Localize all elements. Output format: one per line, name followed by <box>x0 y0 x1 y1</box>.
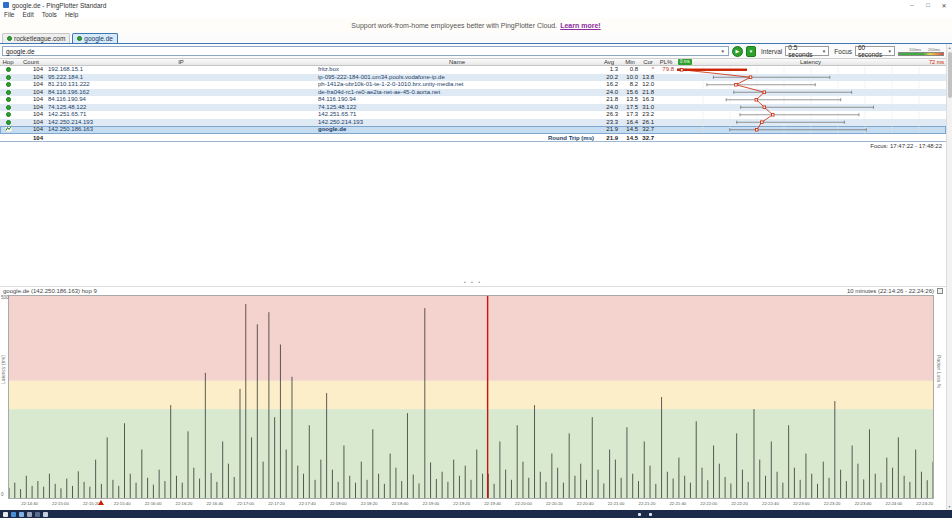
latency-zero-badge: 0 ms <box>678 59 692 65</box>
round-trip-row[interactable]: 104 Round Trip (ms) 21.9 14.5 32.7 <box>0 134 946 142</box>
learn-more-link[interactable]: Learn more! <box>560 22 600 29</box>
scroll-up-icon[interactable]: ▲ <box>947 44 952 51</box>
y-tick-label: 0 <box>1 492 4 497</box>
ip-cell: 74.125.48.122 <box>46 104 316 112</box>
taskbar-icon[interactable] <box>19 512 24 517</box>
taskbar-icon[interactable] <box>638 513 641 516</box>
chevron-down-icon: ▼ <box>749 49 753 54</box>
min-cell: 17.5 <box>620 104 640 112</box>
count-cell: 104 <box>16 74 46 82</box>
col-hop[interactable]: Hop <box>0 59 16 65</box>
hop-status-icon <box>6 97 11 102</box>
taskbar-icon[interactable] <box>649 513 652 516</box>
hop-row[interactable]: 10495.222.184.1ip-095-222-184-001.um34.p… <box>0 74 946 82</box>
promo-banner: Support work-from-home employees better … <box>0 18 952 33</box>
trace-options-dropdown[interactable]: ▼ <box>746 46 756 57</box>
round-trip-min: 14.5 <box>620 134 640 141</box>
count-cell: 104 <box>16 126 46 134</box>
cur-cell: 13.8 <box>640 74 656 82</box>
title-bar[interactable]: google.de - PingPlotter Standard –□✕ <box>0 0 952 10</box>
latency-cell <box>676 89 946 97</box>
y-tick-label: 500 <box>1 295 9 300</box>
taskbar-icon[interactable] <box>43 512 48 517</box>
x-tick-label: 22:17:20 <box>268 501 285 506</box>
menu-item-file[interactable]: File <box>4 11 14 18</box>
hop-row[interactable]: 104142.250.214.193142.250.214.19323.316.… <box>0 119 946 127</box>
packet-loss-marker[interactable] <box>98 500 104 505</box>
target-tab-bar: rocketleague.comgoogle.de <box>0 33 952 44</box>
tab-google-de[interactable]: google.de <box>72 33 118 43</box>
hop-row[interactable]: 10484.116.190.9484.116.190.9421.813.516.… <box>0 96 946 104</box>
maximize-button[interactable]: □ <box>920 0 936 10</box>
x-tick-label: 22:23:40 <box>855 501 872 506</box>
count-cell: 104 <box>16 111 46 119</box>
col-ip[interactable]: IP <box>46 59 316 65</box>
x-tick-label: 22:16:20 <box>176 501 193 506</box>
taskbar-icon[interactable] <box>3 512 8 517</box>
interval-select[interactable]: 0.5 seconds ▼ <box>785 46 829 56</box>
hop-status-icon <box>6 82 11 87</box>
focus-select[interactable]: 60 seconds ▼ <box>855 46 895 56</box>
min-cell: 10.0 <box>620 74 640 82</box>
timeline-menu-icon[interactable] <box>937 288 943 294</box>
name-cell: 142.250.214.193 <box>316 119 598 127</box>
col-count[interactable]: Count <box>16 59 46 65</box>
vertical-scrollbar[interactable]: ▲ ▼ <box>946 44 952 510</box>
panel-splitter-handle[interactable]: • • • <box>0 279 946 285</box>
avg-cell: 20.2 <box>598 74 620 82</box>
taskbar-icon[interactable] <box>11 512 16 517</box>
scroll-down-icon[interactable]: ▼ <box>947 503 952 510</box>
ip-cell: 142.250.186.163 <box>46 126 316 134</box>
count-cell: 104 <box>16 104 46 112</box>
close-button[interactable]: ✕ <box>936 0 952 10</box>
col-pl[interactable]: PL% <box>656 59 676 65</box>
window-controls: –□✕ <box>904 0 952 10</box>
tab-rocketleague-com[interactable]: rocketleague.com <box>2 33 70 43</box>
avg-cell: 1.3 <box>598 66 620 74</box>
interval-value: 0.5 seconds <box>788 44 822 58</box>
round-trip-label: Round Trip (ms) <box>316 134 598 141</box>
timeline-title: google.de (142.250.186.163) hop 9 <box>3 288 97 294</box>
col-latency[interactable]: 0 ms Latency 72 ms <box>676 59 946 65</box>
taskbar-icon[interactable] <box>35 512 40 517</box>
packet-loss-cell <box>656 111 676 119</box>
latency-cell <box>676 96 946 104</box>
timeline-range-label[interactable]: 10 minutes (22:14:26 - 22:24:26) <box>847 288 934 294</box>
trace-table-header: Hop Count IP Name Avg Min Cur PL% 0 ms L… <box>0 58 946 66</box>
hop-row[interactable]: 10484.116.196.162de-fra04d-rc1-re0-ae2ta… <box>0 89 946 97</box>
hop-row[interactable]: 104192.168.15.1fritz.box1.30.8*79.8 <box>0 66 946 74</box>
hop-cell <box>0 104 16 112</box>
menu-item-help[interactable]: Help <box>65 11 78 18</box>
col-avg[interactable]: Avg <box>598 59 620 65</box>
tab-label: rocketleague.com <box>14 35 65 42</box>
round-trip-ip-cell <box>46 134 316 141</box>
hop-cell <box>0 74 16 82</box>
col-min[interactable]: Min <box>620 59 640 65</box>
col-name[interactable]: Name <box>316 59 598 65</box>
hop-row[interactable]: 104142.251.65.71142.251.65.7126.317.323.… <box>0 111 946 119</box>
hop-row[interactable]: 104142.250.186.163google.de21.914.532.7 <box>0 126 946 134</box>
taskbar-icon[interactable] <box>27 512 32 517</box>
packet-loss-axis-label: Packet Loss % <box>936 355 942 388</box>
latency-max-label: 72 ms <box>929 59 944 65</box>
ip-cell: 95.222.184.1 <box>46 74 316 82</box>
hop-row[interactable]: 10481.210.131.222ph-1412a-ubr10k-01-te-1… <box>0 81 946 89</box>
scrollbar-thumb[interactable] <box>948 52 952 98</box>
minimize-button[interactable]: – <box>904 0 920 10</box>
x-tick-label: 22:14:40 <box>21 501 38 506</box>
x-tick-label: 22:16:40 <box>206 501 223 506</box>
target-status-icon <box>7 36 12 41</box>
latency-cell <box>676 66 946 74</box>
col-cur[interactable]: Cur <box>640 59 656 65</box>
avg-cell: 24.0 <box>598 89 620 97</box>
menu-item-tools[interactable]: Tools <box>42 11 57 18</box>
target-status-icon <box>77 36 82 41</box>
count-cell: 104 <box>16 96 46 104</box>
target-input[interactable]: google.de ▼ <box>2 46 729 56</box>
menu-item-edit[interactable]: Edit <box>22 11 33 18</box>
packet-loss-cell <box>656 89 676 97</box>
resume-trace-button[interactable]: ▶ <box>732 46 743 57</box>
x-tick-label: 22:21:00 <box>608 501 625 506</box>
timeline-plot[interactable] <box>8 295 934 499</box>
hop-row[interactable]: 10474.125.48.12274.125.48.12224.017.531.… <box>0 104 946 112</box>
